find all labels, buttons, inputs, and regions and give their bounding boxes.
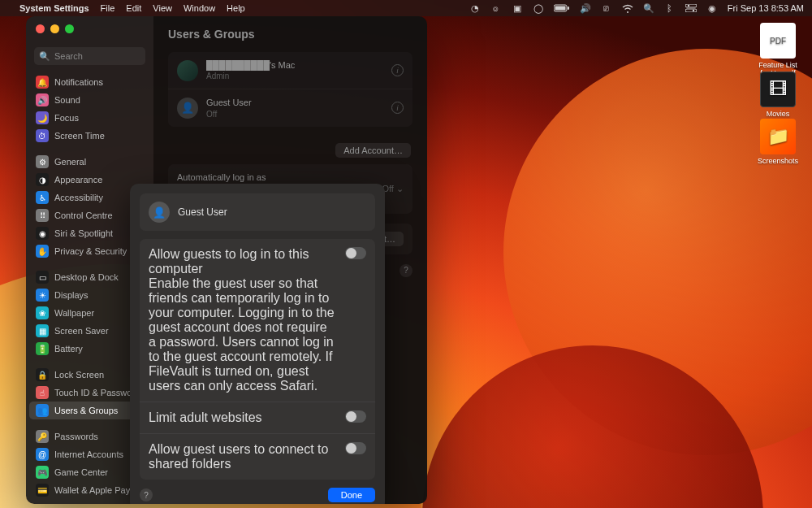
search-field[interactable]: 🔍 Search xyxy=(34,47,145,65)
sidebar-label: Passwords xyxy=(54,432,98,441)
done-button[interactable]: Done xyxy=(328,488,375,502)
sidebar-icon: 🔋 xyxy=(36,342,49,355)
sidebar-label: Privacy & Security xyxy=(54,246,127,256)
siri-icon[interactable]: ◉ xyxy=(706,2,718,14)
sidebar-item-screen-time[interactable]: ⏱Screen Time xyxy=(29,127,150,145)
sidebar-icon: @ xyxy=(36,448,49,461)
svg-rect-1 xyxy=(555,7,565,11)
sidebar-icon: ❀ xyxy=(36,306,49,319)
sidebar-icon: ⏱ xyxy=(36,129,49,142)
status-cloud-icon[interactable]: ⌾ xyxy=(490,2,502,14)
sidebar-icon: ◑ xyxy=(36,173,49,186)
sidebar-label: Displays xyxy=(54,290,89,300)
modal-title: Guest User xyxy=(178,206,227,218)
sidebar-item-sound[interactable]: 🔊Sound xyxy=(29,91,150,109)
sidebar-label: Focus xyxy=(54,113,79,123)
sidebar-item-general[interactable]: ⚙︎General xyxy=(29,153,150,171)
allow-shared-folders-toggle[interactable] xyxy=(345,442,366,454)
sidebar-label: Wallet & Apple Pay xyxy=(54,485,130,495)
sidebar-icon: 💳 xyxy=(36,484,49,497)
allow-guests-toggle[interactable] xyxy=(345,247,366,259)
sidebar-item-notifications[interactable]: 🔔Notifications xyxy=(29,73,150,91)
guest-user-sheet: 👤 Guest User Allow guests to log in to t… xyxy=(130,184,385,504)
wifi-icon[interactable] xyxy=(622,2,633,14)
display-icon[interactable]: ⎚ xyxy=(601,2,612,14)
sidebar-label: Accessibility xyxy=(54,193,103,202)
sidebar-label: Touch ID & Password xyxy=(54,388,140,397)
limit-adult-label: Limit adult websites xyxy=(149,410,337,425)
control-center-icon[interactable] xyxy=(685,2,697,14)
sidebar-label: Notifications xyxy=(54,77,103,87)
status-gauge-icon[interactable]: ◔ xyxy=(469,2,481,14)
sidebar-icon: ◉ xyxy=(36,227,49,240)
menu-window[interactable]: Window xyxy=(184,3,215,13)
sidebar-label: Wallpaper xyxy=(54,308,94,318)
desktop-folder-screenshots[interactable]: 📁Screenshots xyxy=(755,119,801,165)
sidebar-label: Screen Time xyxy=(54,131,105,141)
sidebar-icon: 🔑 xyxy=(36,430,49,443)
spotlight-icon[interactable]: 🔍 xyxy=(643,2,654,14)
allow-guests-label: Allow guests to log in to this computer xyxy=(149,247,337,276)
volume-icon[interactable]: 🔊 xyxy=(580,2,591,14)
sidebar-label: Internet Accounts xyxy=(54,449,123,459)
sidebar-label: Siri & Spotlight xyxy=(54,228,113,238)
menubar: System Settings File Edit View Window He… xyxy=(0,0,812,16)
sidebar-label: Screen Saver xyxy=(54,326,109,336)
sidebar-icon: ⠿ xyxy=(36,209,49,222)
menu-file[interactable]: File xyxy=(101,3,115,13)
sidebar-icon: 👥 xyxy=(36,404,49,417)
zoom-button[interactable] xyxy=(65,24,74,33)
sidebar-icon: ✋ xyxy=(36,245,49,258)
sidebar-icon: 🎮 xyxy=(36,466,49,479)
sidebar-label: Battery xyxy=(54,344,83,354)
system-settings-window: 🔍 Search 🔔Notifications🔊Sound🌙Focus⏱Scre… xyxy=(26,16,427,504)
sidebar-icon: ♿︎ xyxy=(36,191,49,204)
sidebar-icon: 🔒 xyxy=(36,368,49,381)
sidebar-icon: ☀︎ xyxy=(36,289,49,302)
svg-point-6 xyxy=(693,10,694,11)
menu-view[interactable]: View xyxy=(153,3,172,13)
search-icon: 🔍 xyxy=(39,51,50,62)
sidebar-label: Appearance xyxy=(54,175,102,185)
sidebar-icon: ▭ xyxy=(36,271,49,284)
search-placeholder: Search xyxy=(54,51,83,61)
sidebar-icon: ☝︎ xyxy=(36,386,49,399)
sidebar-label: General xyxy=(54,157,86,167)
menu-help[interactable]: Help xyxy=(227,3,245,13)
sidebar-label: Desktop & Dock xyxy=(54,272,119,282)
svg-rect-5 xyxy=(685,9,697,12)
status-cast-icon[interactable]: ▣ xyxy=(512,2,523,14)
svg-rect-2 xyxy=(568,7,569,10)
app-menu[interactable]: System Settings xyxy=(19,3,89,13)
close-button[interactable] xyxy=(36,24,45,33)
menu-edit[interactable]: Edit xyxy=(126,3,141,13)
sidebar-item-focus[interactable]: 🌙Focus xyxy=(29,109,150,127)
svg-rect-3 xyxy=(685,4,697,7)
svg-point-4 xyxy=(688,5,689,7)
status-user-icon[interactable]: ◯ xyxy=(533,2,544,14)
window-traffic-lights xyxy=(36,24,74,33)
desktop-file-pdf[interactable]: PDFFeature List for U….pdf xyxy=(755,23,801,77)
sidebar-label: Control Centre xyxy=(54,211,113,220)
sidebar-icon: 🌙 xyxy=(36,111,49,124)
limit-adult-toggle[interactable] xyxy=(345,410,366,423)
sidebar-icon: ▦ xyxy=(36,324,49,337)
minimize-button[interactable] xyxy=(50,24,59,33)
battery-icon[interactable] xyxy=(554,2,570,14)
sidebar-icon: ⚙︎ xyxy=(36,155,49,168)
sidebar-label: Lock Screen xyxy=(54,370,104,380)
allow-shared-folders-label: Allow guest users to connect to shared f… xyxy=(149,442,337,471)
help-button[interactable]: ? xyxy=(140,488,153,501)
menubar-clock[interactable]: Fri Sep 13 8:53 AM xyxy=(728,3,804,13)
avatar: 👤 xyxy=(149,202,170,223)
sidebar-icon: 🔔 xyxy=(36,76,49,89)
bluetooth-icon[interactable]: ᛒ xyxy=(664,2,676,14)
desktop-folder-movies[interactable]: 🎞Movies xyxy=(755,72,801,118)
sidebar-icon: 🔊 xyxy=(36,93,49,106)
sidebar-label: Users & Groups xyxy=(54,406,118,415)
sidebar-label: Sound xyxy=(54,95,80,105)
sidebar-label: Game Center xyxy=(54,467,108,477)
